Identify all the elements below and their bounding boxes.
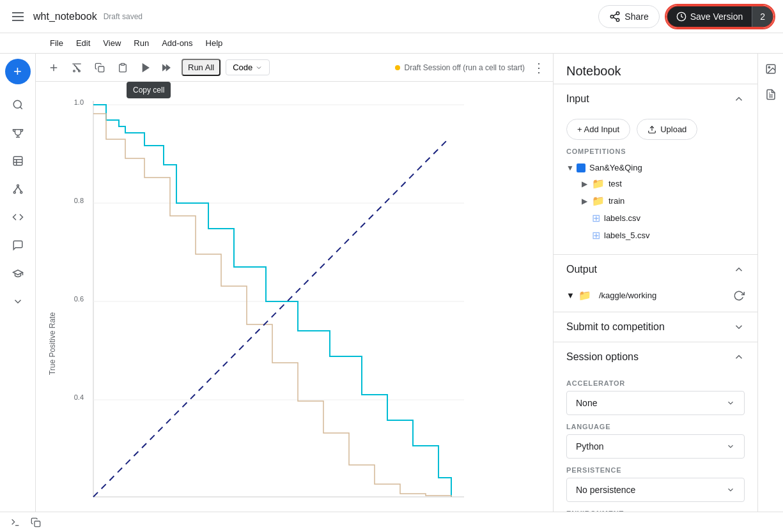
save-version-wrapper: Save Version 2 <box>665 4 775 29</box>
save-version-label-area: Save Version <box>667 6 752 27</box>
svg-text:0.8: 0.8 <box>74 197 84 204</box>
svg-rect-1 <box>12 16 24 17</box>
share-label: Share <box>624 11 648 22</box>
input-section-header[interactable]: Input <box>554 84 757 114</box>
persistence-dropdown-icon <box>726 485 735 494</box>
csv-icon-labels5: ⊞ <box>592 229 600 241</box>
competition-dot-icon <box>577 163 585 172</box>
language-dropdown-icon <box>726 442 735 451</box>
run-all-button[interactable]: Run All <box>182 59 221 76</box>
save-version-button[interactable]: Save Version 2 <box>666 5 774 28</box>
svg-point-9 <box>13 100 21 108</box>
svg-line-44 <box>93 139 448 497</box>
menu-addons[interactable]: Add-ons <box>157 36 198 50</box>
session-status-dot <box>395 65 400 70</box>
persistence-select[interactable]: No persistence <box>566 478 745 502</box>
copy-cell-tooltip: Copy cell <box>127 82 171 98</box>
save-version-count: 2 <box>752 6 773 27</box>
tree-labels-csv[interactable]: ▶ ⊞ labels.csv <box>566 209 745 227</box>
svg-point-17 <box>20 192 22 194</box>
persistence-label: PERSISTENCE <box>566 466 745 474</box>
run-all-icon-button[interactable] <box>159 57 179 78</box>
add-input-button[interactable]: + Add Input <box>566 119 630 140</box>
svg-rect-28 <box>98 66 104 72</box>
svg-line-18 <box>14 186 17 192</box>
svg-line-10 <box>20 107 22 109</box>
hamburger-icon[interactable] <box>8 6 28 27</box>
session-status: Draft Session off (run a cell to start) <box>395 63 525 72</box>
menu-edit[interactable]: Edit <box>71 36 95 50</box>
add-cell-toolbar-button[interactable] <box>43 57 64 78</box>
sidebar-icon-graduate[interactable] <box>5 261 31 286</box>
menu-view[interactable]: View <box>98 36 126 50</box>
run-button[interactable] <box>136 57 156 78</box>
sidebar-icon-trophy[interactable] <box>5 120 31 146</box>
sidebar-icon-search[interactable] <box>5 92 31 118</box>
session-section-header[interactable]: Session options <box>554 342 757 372</box>
menu-run[interactable]: Run <box>128 36 154 50</box>
accelerator-label: ACCELERATOR <box>566 379 745 387</box>
sidebar-icon-comment[interactable] <box>5 232 31 258</box>
tree-competition-root[interactable]: ▼ San&Ye&Qing <box>566 160 745 175</box>
tree-test-folder[interactable]: ▶ 📁 test <box>566 175 745 192</box>
paste-button[interactable] <box>112 57 133 78</box>
output-section-header[interactable]: Output <box>554 255 757 284</box>
svg-text:1.0: 1.0 <box>74 98 84 106</box>
svg-text:0.6: 0.6 <box>74 295 84 303</box>
output-section: Output ▼ 📁 /kaggle/working <box>554 254 757 312</box>
svg-marker-30 <box>143 64 148 72</box>
top-bar: wht_notebook Draft saved Share Save Vers… <box>0 0 783 33</box>
session-collapse-icon <box>733 351 745 363</box>
svg-rect-0 <box>12 12 24 13</box>
submit-section-header[interactable]: Submit to competition <box>554 312 757 342</box>
accelerator-select[interactable]: None <box>566 391 745 415</box>
competitions-label: COMPETITIONS <box>566 148 745 155</box>
svg-rect-51 <box>35 521 40 527</box>
svg-point-5 <box>617 19 620 22</box>
tree-chevron-train-icon: ▶ <box>582 197 592 206</box>
chart-area: True Positive Rate 1.0 0.8 0.6 0.4 <box>36 82 553 512</box>
folder-icon-output: 📁 <box>578 289 591 301</box>
svg-marker-32 <box>166 64 171 71</box>
sidebar-icon-network[interactable] <box>5 176 31 202</box>
input-collapse-icon <box>733 93 745 105</box>
svg-line-25 <box>74 65 77 68</box>
sidebar-icon-code[interactable] <box>5 204 31 230</box>
svg-text:True Positive Rate: True Positive Rate <box>48 312 57 376</box>
far-right-document-icon[interactable] <box>761 84 781 105</box>
svg-line-6 <box>614 17 617 19</box>
session-section: Session options ACCELERATOR None LANGUAG… <box>554 342 757 512</box>
terminal-icon <box>10 517 20 528</box>
copy-button[interactable] <box>89 57 110 78</box>
svg-rect-11 <box>13 156 22 165</box>
notebook-area: Copy cell Run All Code <box>36 54 553 512</box>
cut-button[interactable] <box>66 57 87 78</box>
output-collapse-icon <box>733 264 745 275</box>
tree-labels5-csv[interactable]: ▶ ⊞ labels_5.csv <box>566 227 745 244</box>
copy-bottom-icon <box>31 517 41 528</box>
sidebar-icon-chevron[interactable] <box>5 289 31 314</box>
sidebar-icon-table[interactable] <box>5 148 31 174</box>
cell-type-selector[interactable]: Code <box>226 59 270 75</box>
submit-section: Submit to competition <box>554 312 757 342</box>
svg-point-15 <box>17 185 19 186</box>
refresh-icon[interactable] <box>733 290 745 301</box>
share-button[interactable]: Share <box>598 5 659 28</box>
terminal-button[interactable] <box>10 517 20 528</box>
upload-button[interactable]: Upload <box>637 119 697 140</box>
submit-expand-icon <box>733 321 745 333</box>
far-right-screenshot-icon[interactable] <box>761 59 781 79</box>
language-select[interactable]: Python <box>566 434 745 459</box>
menu-help[interactable]: Help <box>201 36 228 50</box>
svg-point-47 <box>768 66 770 68</box>
tree-train-folder[interactable]: ▶ 📁 train <box>566 192 745 209</box>
menu-bar: File Edit View Run Add-ons Help <box>0 33 783 54</box>
roc-chart: True Positive Rate 1.0 0.8 0.6 0.4 <box>42 88 477 512</box>
menu-file[interactable]: File <box>45 36 68 50</box>
tree-chevron-test-icon: ▶ <box>582 179 592 188</box>
language-label: LANGUAGE <box>566 423 745 430</box>
toolbar-more-button[interactable]: ⋮ <box>532 60 545 75</box>
add-cell-button[interactable]: + <box>5 59 31 84</box>
copy-bottom-button[interactable] <box>31 517 41 528</box>
svg-rect-29 <box>121 63 124 65</box>
